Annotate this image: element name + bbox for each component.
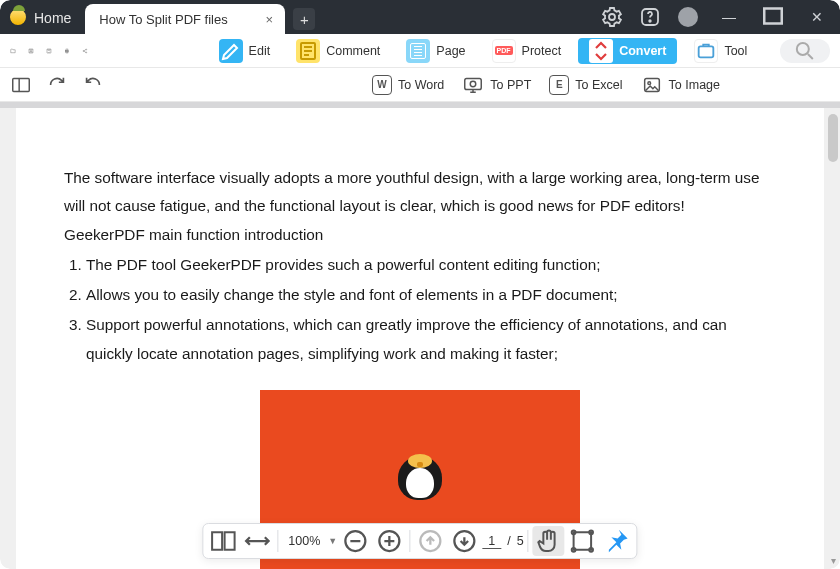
svg-rect-4 bbox=[29, 49, 33, 53]
page-tool-button[interactable]: Page bbox=[397, 38, 474, 64]
list-item: The PDF tool GeekerPDF provides such a p… bbox=[86, 251, 776, 279]
svg-rect-8 bbox=[66, 51, 68, 52]
convert-icon bbox=[589, 39, 613, 63]
scrollbar-thumb[interactable] bbox=[828, 114, 838, 162]
user-avatar[interactable] bbox=[676, 5, 700, 29]
excel-icon: E bbox=[549, 75, 569, 95]
tool-label: Tool bbox=[724, 44, 747, 58]
page-icon bbox=[406, 39, 430, 63]
next-page-button[interactable] bbox=[448, 526, 480, 556]
help-icon[interactable] bbox=[638, 5, 662, 29]
current-page-input[interactable]: 1 bbox=[482, 534, 501, 549]
svg-point-0 bbox=[609, 14, 615, 20]
fit-width-icon[interactable] bbox=[241, 526, 273, 556]
to-ppt-label: To PPT bbox=[490, 78, 531, 92]
comment-tool-button[interactable]: Comment bbox=[287, 38, 389, 64]
zoom-level[interactable]: 100% bbox=[282, 534, 326, 548]
convert-tool-button[interactable]: Convert bbox=[578, 38, 677, 64]
page-label: Page bbox=[436, 44, 465, 58]
protect-icon: PDF bbox=[492, 39, 516, 63]
to-excel-label: To Excel bbox=[575, 78, 622, 92]
scroll-down-icon[interactable]: ▾ bbox=[828, 555, 838, 565]
svg-rect-26 bbox=[574, 532, 592, 550]
undo-icon[interactable] bbox=[82, 74, 104, 96]
svg-rect-16 bbox=[465, 78, 482, 89]
tool-button[interactable]: Tool bbox=[685, 38, 756, 64]
select-tool-button[interactable] bbox=[567, 526, 599, 556]
svg-point-19 bbox=[647, 81, 650, 84]
protect-tool-button[interactable]: PDF Protect bbox=[483, 38, 571, 64]
svg-point-14 bbox=[797, 43, 809, 55]
hand-tool-button[interactable] bbox=[533, 526, 565, 556]
settings-icon[interactable] bbox=[600, 5, 624, 29]
to-word-label: To Word bbox=[398, 78, 444, 92]
zoom-in-button[interactable] bbox=[373, 526, 405, 556]
edit-tool-button[interactable]: Edit bbox=[210, 38, 280, 64]
svg-point-11 bbox=[85, 51, 86, 52]
edit-label: Edit bbox=[249, 44, 271, 58]
page-separator: / bbox=[507, 534, 510, 548]
list-item: Allows you to easily change the style an… bbox=[86, 281, 776, 309]
to-word-button[interactable]: W To Word bbox=[372, 75, 444, 95]
svg-point-17 bbox=[471, 81, 477, 87]
zoom-dropdown-icon[interactable]: ▼ bbox=[328, 536, 337, 546]
print-icon[interactable] bbox=[64, 41, 70, 61]
pdf-page[interactable]: The software interface visually adopts a… bbox=[16, 108, 824, 569]
svg-rect-7 bbox=[66, 49, 68, 50]
zoom-out-button[interactable] bbox=[339, 526, 371, 556]
convert-label: Convert bbox=[619, 44, 666, 58]
image-icon bbox=[641, 74, 663, 96]
svg-point-9 bbox=[83, 50, 84, 51]
search-icon bbox=[790, 39, 820, 63]
comment-label: Comment bbox=[326, 44, 380, 58]
open-file-icon[interactable] bbox=[10, 41, 16, 61]
svg-rect-21 bbox=[225, 532, 235, 550]
close-window-button[interactable]: ✕ bbox=[802, 9, 832, 25]
close-tab-icon[interactable]: × bbox=[261, 11, 277, 27]
ppt-icon bbox=[462, 74, 484, 96]
app-logo-icon bbox=[8, 7, 28, 27]
page-indicator: 1 / 5 bbox=[482, 534, 523, 549]
svg-rect-5 bbox=[47, 49, 51, 53]
titlebar: Home How To Split PDF files × + — ✕ bbox=[0, 0, 840, 34]
document-tab[interactable]: How To Split PDF files × bbox=[85, 4, 285, 34]
home-tab[interactable]: Home bbox=[34, 10, 71, 26]
svg-point-2 bbox=[649, 20, 651, 22]
word-icon: W bbox=[372, 75, 392, 95]
view-controls-bar: 100% ▼ 1 / 5 bbox=[202, 523, 637, 559]
svg-rect-20 bbox=[212, 532, 222, 550]
paragraph: The software interface visually adopts a… bbox=[64, 164, 776, 221]
edit-icon bbox=[219, 39, 243, 63]
titlebar-controls: — ✕ bbox=[600, 0, 832, 34]
save-icon[interactable] bbox=[28, 41, 34, 61]
prev-page-button[interactable] bbox=[414, 526, 446, 556]
new-tab-button[interactable]: + bbox=[293, 8, 315, 30]
paragraph: GeekerPDF main function introduction bbox=[64, 221, 776, 249]
reading-mode-icon[interactable] bbox=[207, 526, 239, 556]
panel-toggle-icon[interactable] bbox=[10, 74, 32, 96]
to-image-label: To Image bbox=[669, 78, 720, 92]
to-image-button[interactable]: To Image bbox=[641, 74, 720, 96]
comment-icon bbox=[296, 39, 320, 63]
tool-icon bbox=[694, 39, 718, 63]
search-input[interactable] bbox=[780, 39, 830, 63]
list-item: Support powerful annotations, which can … bbox=[86, 311, 776, 368]
protect-label: Protect bbox=[522, 44, 562, 58]
save-as-icon[interactable] bbox=[46, 41, 52, 61]
to-ppt-button[interactable]: To PPT bbox=[462, 74, 531, 96]
tab-title: How To Split PDF files bbox=[99, 12, 227, 27]
page-count: 5 bbox=[517, 534, 524, 548]
pin-toolbar-button[interactable] bbox=[601, 526, 633, 556]
maximize-button[interactable] bbox=[758, 1, 788, 34]
svg-rect-15 bbox=[13, 78, 30, 91]
minimize-button[interactable]: — bbox=[714, 9, 744, 25]
document-viewport: The software interface visually adopts a… bbox=[0, 102, 840, 569]
svg-rect-3 bbox=[764, 8, 782, 23]
redo-icon[interactable] bbox=[46, 74, 68, 96]
to-excel-button[interactable]: E To Excel bbox=[549, 75, 622, 95]
svg-rect-13 bbox=[699, 46, 714, 57]
sub-toolbar: W To Word To PPT E To Excel To Image bbox=[0, 68, 840, 102]
penguin-graphic bbox=[393, 440, 447, 500]
vertical-scrollbar[interactable]: ▾ bbox=[828, 114, 838, 563]
share-icon[interactable] bbox=[82, 41, 88, 61]
